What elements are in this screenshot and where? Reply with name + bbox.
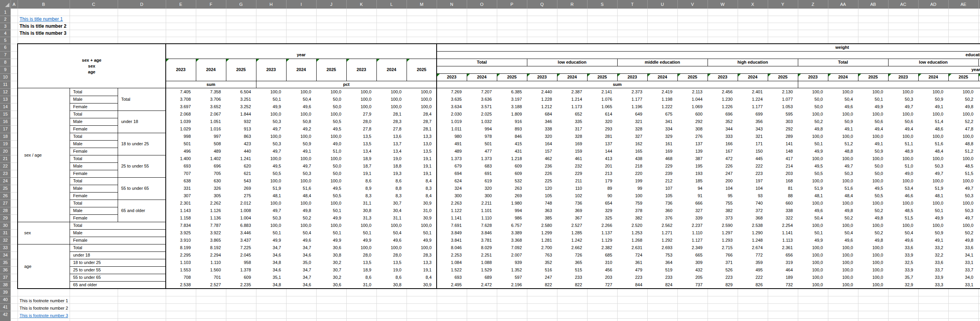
cell-N27[interactable]: 2.263	[437, 200, 467, 207]
year-cell-N10[interactable]: 2023	[437, 73, 467, 81]
cell-J23[interactable]: 50,0	[316, 170, 346, 177]
cell-AE30[interactable]: 100,0	[948, 222, 978, 229]
cell-F13[interactable]: 3.706	[196, 96, 226, 103]
cell-O14[interactable]: 3.571	[467, 103, 497, 111]
cell-AA36[interactable]: 100,0	[828, 266, 858, 274]
cell-E13[interactable]: 3.708	[166, 96, 196, 103]
cell-W15[interactable]: 696	[708, 111, 738, 118]
cell-G16[interactable]: 932	[226, 118, 256, 125]
cell-AC25[interactable]: 53,4	[888, 185, 918, 192]
cell-T16[interactable]: 321	[617, 118, 647, 125]
cell-AB18[interactable]: 100,0	[858, 133, 888, 140]
cell-C33[interactable]: Total	[70, 244, 166, 251]
cell-J33[interactable]: 30,6	[316, 244, 346, 251]
cell-S13[interactable]: 1.076	[587, 96, 617, 103]
cell-F37[interactable]: 701	[196, 274, 226, 281]
row-header-22[interactable]: 22	[0, 162, 11, 170]
year-cell-AC10[interactable]: 2023	[888, 73, 918, 81]
cell-X23[interactable]: 223	[738, 170, 768, 177]
cell-F28[interactable]: 1.126	[196, 207, 226, 214]
cell-AB34[interactable]: 100,0	[858, 251, 888, 259]
cell-O33[interactable]: 8.029	[467, 244, 497, 251]
cell-V35[interactable]: 309	[677, 259, 708, 266]
cell-AA33[interactable]: 100,0	[828, 244, 858, 251]
cell-M18[interactable]: 13,3	[407, 133, 437, 140]
cell-V28[interactable]: 327	[677, 207, 708, 214]
cell-AE32[interactable]: 49,8	[948, 237, 978, 244]
cell-K24[interactable]: 8,6	[346, 177, 376, 185]
cell-F35[interactable]: 1.110	[196, 259, 226, 266]
cell-E12[interactable]: 7.405	[166, 88, 196, 96]
cell-N13[interactable]: 3.635	[437, 96, 467, 103]
cell-E15[interactable]: 2.068	[166, 111, 196, 118]
cell-O20[interactable]: 477	[467, 148, 497, 155]
cell-AD25[interactable]: 51,9	[918, 185, 948, 192]
cell-AE36[interactable]: 33,7	[948, 266, 978, 274]
cell-N25[interactable]: 324	[437, 185, 467, 192]
cell-C24[interactable]: Total	[70, 177, 118, 185]
cell-H22[interactable]: 49,5	[256, 162, 286, 170]
cell-O13[interactable]: 3.636	[467, 96, 497, 103]
column-header-A[interactable]: A	[11, 0, 18, 9]
cell-Q29[interactable]: 385	[527, 214, 557, 222]
cell-L15[interactable]: 28,1	[376, 111, 407, 118]
cell-AC38[interactable]: 32,9	[888, 281, 918, 289]
cell-U21[interactable]: 468	[647, 155, 677, 162]
cell-L19[interactable]: 13,7	[376, 140, 407, 148]
cell-P28[interactable]: 994	[497, 207, 527, 214]
cell-L26[interactable]: 8,3	[376, 192, 407, 200]
cell-K26[interactable]: 8,3	[346, 192, 376, 200]
cell-AA24[interactable]: 100,0	[828, 177, 858, 185]
cell-C34[interactable]: under 18	[70, 251, 166, 259]
cell-F15[interactable]: 2.067	[196, 111, 226, 118]
cell-AA35[interactable]: 100,0	[828, 259, 858, 266]
cell-H37[interactable]: 35,1	[256, 274, 286, 281]
cell-X15[interactable]: 699	[738, 111, 768, 118]
cell-N15[interactable]: 2.030	[437, 111, 467, 118]
cell-Y29[interactable]: 322	[768, 214, 798, 222]
cell-L20[interactable]: 13,4	[376, 148, 407, 155]
cell-T38[interactable]: 844	[617, 281, 647, 289]
cell-Z32[interactable]: 49,9	[798, 237, 828, 244]
cell-K27[interactable]: 31,1	[346, 200, 376, 207]
cell-AD26[interactable]: 48,1	[918, 192, 948, 200]
cell-G20[interactable]: 440	[226, 148, 256, 155]
cell-AD28[interactable]: 50,1	[918, 207, 948, 214]
cell-Y33[interactable]: 2.361	[768, 244, 798, 251]
cell-Y17[interactable]: 292	[768, 125, 798, 133]
header-group-Total-0[interactable]: Total	[437, 59, 527, 66]
cell-N20[interactable]: 489	[437, 148, 467, 155]
cell-P31[interactable]: 3.389	[497, 229, 527, 237]
cell-O12[interactable]: 7.207	[467, 88, 497, 96]
cell-M35[interactable]: 13,3	[407, 259, 437, 266]
cell-Q24[interactable]: 225	[527, 177, 557, 185]
cell-Y35[interactable]: 319	[768, 259, 798, 266]
cell-P26[interactable]: 269	[497, 192, 527, 200]
cell-U19[interactable]: 161	[647, 140, 677, 148]
cell-J30[interactable]: 100,0	[316, 222, 346, 229]
cell-C23[interactable]: Female	[70, 170, 118, 177]
cell-J25[interactable]: 49,5	[316, 185, 346, 192]
cell-AC31[interactable]: 50,4	[888, 229, 918, 237]
cell-H31[interactable]: 50,1	[256, 229, 286, 237]
column-header-Z[interactable]: Z	[798, 0, 828, 9]
cell-X22[interactable]: 222	[738, 162, 768, 170]
cell-M19[interactable]: 13,0	[407, 140, 437, 148]
row-header-23[interactable]: 23	[0, 170, 11, 177]
cell-S19[interactable]: 137	[587, 140, 617, 148]
cell-I28[interactable]: 49,8	[286, 207, 316, 214]
cell-O15[interactable]: 2.025	[467, 111, 497, 118]
cell-AA14[interactable]: 49,6	[828, 103, 858, 111]
cell-E35[interactable]: 1.103	[166, 259, 196, 266]
cell-Y30[interactable]: 2.254	[768, 222, 798, 229]
column-header-AC[interactable]: AC	[888, 0, 918, 9]
cell-Q21[interactable]: 462	[527, 155, 557, 162]
cell-Z31[interactable]: 50,1	[798, 229, 828, 237]
cell-AD34[interactable]: 32,2	[918, 251, 948, 259]
cell-F31[interactable]: 3.922	[196, 229, 226, 237]
cell-AC16[interactable]: 50,6	[888, 118, 918, 125]
cell-S36[interactable]: 456	[587, 266, 617, 274]
cell-X35[interactable]: 359	[738, 259, 768, 266]
cell-N14[interactable]: 3.634	[437, 103, 467, 111]
cell-AD22[interactable]: 50,3	[918, 162, 948, 170]
